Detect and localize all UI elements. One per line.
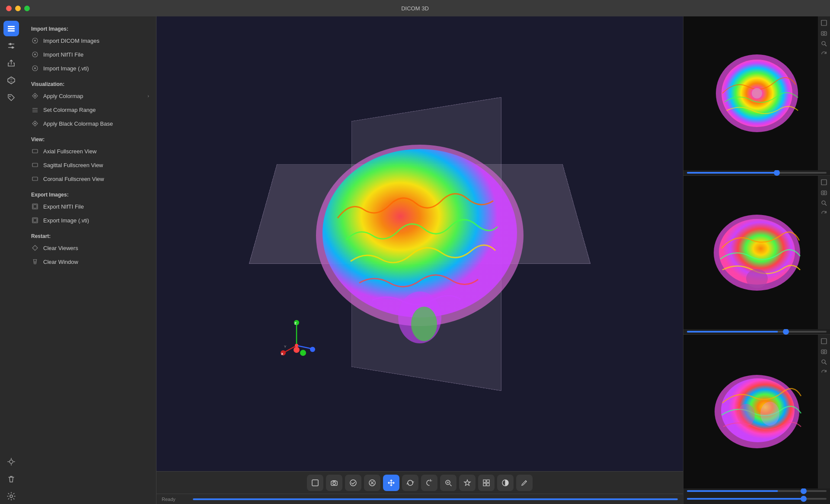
sidebar-item-layers[interactable] <box>3 21 19 36</box>
maximize-button[interactable] <box>24 6 30 11</box>
clear-viewers-button[interactable]: Clear Viewers <box>22 241 156 255</box>
svg-point-17 <box>34 54 36 55</box>
export-nifti-button[interactable]: Export NIfTI File <box>22 200 156 213</box>
sidebar-item-brightness[interactable] <box>3 454 19 469</box>
titlebar: DICOM 3D <box>0 0 830 16</box>
svg-rect-73 <box>821 191 827 195</box>
sagittal-fullscreen-label: Sagittal Fullscreen View <box>43 162 103 168</box>
svg-point-6 <box>12 47 14 49</box>
sagittal-zoom-button[interactable] <box>819 198 829 208</box>
apply-black-colormap-icon <box>31 120 39 127</box>
svg-point-66 <box>823 32 825 35</box>
export-vti-label: Export Image (.vti) <box>43 217 89 224</box>
export-section-label: Export Images: <box>22 189 156 200</box>
import-nifti-label: Import NIfTI File <box>43 51 83 58</box>
set-colormap-range-button[interactable]: Set Colormap Range <box>22 103 156 117</box>
sagittal-reset-button[interactable] <box>819 209 829 218</box>
import-dicom-icon <box>31 37 39 44</box>
sagittal-frame-button[interactable] <box>819 178 829 187</box>
apply-black-colormap-label: Apply Black Colormap Base <box>43 120 113 127</box>
svg-point-20 <box>34 95 36 97</box>
svg-point-49 <box>300 350 306 356</box>
sidebar-item-settings[interactable] <box>3 488 19 504</box>
svg-rect-56 <box>483 480 486 482</box>
camera-button[interactable] <box>326 475 342 491</box>
grid-button[interactable] <box>478 475 495 491</box>
bottom-toolbar <box>156 471 683 494</box>
brain-3d-view <box>294 132 545 356</box>
svg-point-19 <box>34 67 36 69</box>
clear-window-icon <box>31 258 39 266</box>
main-slice-slider[interactable] <box>687 498 827 500</box>
star-button[interactable] <box>459 475 476 491</box>
axial-camera-button[interactable] <box>819 29 829 38</box>
sidebar-item-trash[interactable] <box>3 471 19 487</box>
brain-3d-container[interactable]: Z X Y <box>268 97 571 391</box>
svg-point-67 <box>822 41 825 45</box>
sagittal-fullscreen-icon <box>31 161 39 169</box>
svg-rect-27 <box>32 177 38 181</box>
axial-frame-button[interactable] <box>819 18 829 28</box>
sidebar-item-share[interactable] <box>3 55 19 71</box>
coronal-camera-button[interactable] <box>819 347 829 356</box>
axial-view-canvas[interactable] <box>683 16 830 170</box>
clear-window-label: Clear Window <box>43 259 78 265</box>
svg-rect-65 <box>821 32 827 35</box>
axial-zoom-button[interactable] <box>819 39 829 48</box>
import-dicom-button[interactable]: Import DICOM Images <box>22 34 156 48</box>
sagittal-view-canvas[interactable] <box>683 176 830 330</box>
apply-colormap-button[interactable]: Apply Colormap › <box>22 89 156 103</box>
import-dicom-label: Import DICOM Images <box>43 38 99 44</box>
svg-point-84 <box>822 360 825 363</box>
move-button[interactable] <box>383 475 399 491</box>
svg-rect-1 <box>8 28 15 29</box>
sync-button[interactable] <box>402 475 418 491</box>
sidebar-item-sliders[interactable] <box>3 38 19 54</box>
minimize-button[interactable] <box>15 6 21 11</box>
coronal-fullscreen-button[interactable]: Coronal Fullscreen View <box>22 172 156 186</box>
sidebar-item-tag[interactable] <box>3 90 19 105</box>
zoom-button[interactable] <box>440 475 456 491</box>
coronal-view-canvas[interactable] <box>683 335 830 488</box>
visualization-section-label: Visualization: <box>22 79 156 89</box>
axial-view-controls <box>818 16 830 170</box>
export-vti-button[interactable]: Export Image (.vti) <box>22 213 156 227</box>
left-icon-bar <box>0 16 22 504</box>
svg-text:Y: Y <box>284 345 287 349</box>
viewer-3d[interactable]: Z X Y <box>156 16 683 471</box>
rotate-button[interactable] <box>421 475 437 491</box>
sagittal-fullscreen-button[interactable]: Sagittal Fullscreen View <box>22 158 156 172</box>
axial-fullscreen-label: Axial Fullscreen View <box>43 148 96 155</box>
apply-black-colormap-button[interactable]: Apply Black Colormap Base <box>22 117 156 130</box>
sidebar-item-cube[interactable] <box>3 73 19 88</box>
clear-window-button[interactable]: Clear Window <box>22 255 156 269</box>
sagittal-camera-button[interactable] <box>819 188 829 197</box>
axial-slice-slider[interactable] <box>687 172 827 174</box>
cross-button[interactable] <box>364 475 380 491</box>
app-body: Import Images: Import DICOM Images Impor… <box>0 16 830 504</box>
contrast-button[interactable] <box>497 475 514 491</box>
axial-reset-button[interactable] <box>819 49 829 59</box>
coronal-frame-button[interactable] <box>819 336 829 346</box>
sagittal-slider-container <box>683 329 830 334</box>
import-vti-button[interactable]: Import Image (.vti) <box>22 61 156 75</box>
close-button[interactable] <box>6 6 12 11</box>
pen-button[interactable] <box>516 475 533 491</box>
import-nifti-button[interactable]: Import NIfTI File <box>22 48 156 61</box>
coronal-zoom-button[interactable] <box>819 357 829 367</box>
check-button[interactable] <box>345 475 361 491</box>
frame-button[interactable] <box>307 475 323 491</box>
coronal-reset-button[interactable] <box>819 368 829 377</box>
svg-rect-31 <box>33 219 37 222</box>
export-vti-icon <box>31 216 39 224</box>
status-progress-fill <box>193 498 678 500</box>
view-section-label: View: <box>22 134 156 144</box>
import-nifti-icon <box>31 51 39 58</box>
svg-text:Z: Z <box>294 321 297 325</box>
svg-rect-81 <box>821 339 827 344</box>
sagittal-slice-slider[interactable] <box>687 331 827 333</box>
coronal-slice-slider[interactable] <box>687 490 827 492</box>
clear-viewers-label: Clear Viewers <box>43 245 78 251</box>
svg-line-68 <box>825 44 827 46</box>
axial-fullscreen-button[interactable]: Axial Fullscreen View <box>22 144 156 158</box>
